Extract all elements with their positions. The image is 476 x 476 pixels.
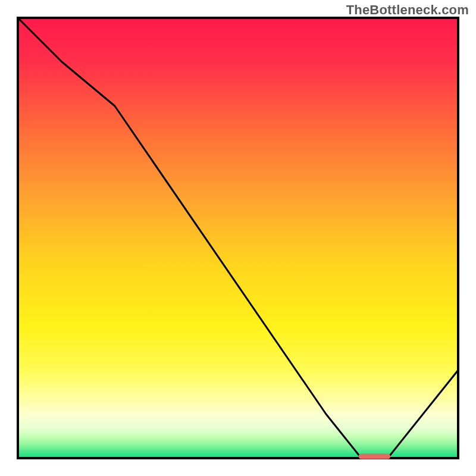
plot-area (18, 18, 458, 458)
chart-svg (0, 0, 476, 476)
chart-container: TheBottleneck.com (0, 0, 476, 476)
gradient-background (18, 18, 458, 458)
